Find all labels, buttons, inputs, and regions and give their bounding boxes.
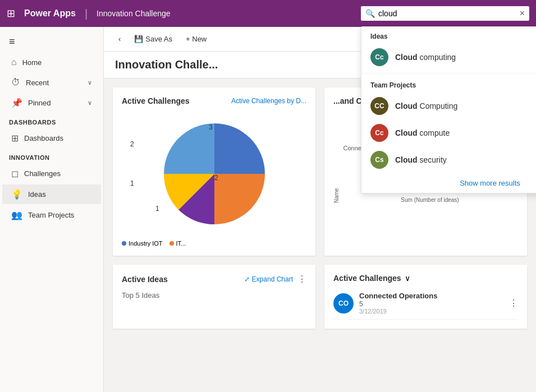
active-challenges-list-title: Active Challenges bbox=[333, 274, 401, 283]
search-result-cloud-compute[interactable]: Cc Cloud compute bbox=[361, 119, 536, 146]
search-clear-button[interactable]: × bbox=[520, 8, 525, 19]
innovation-section-header: Innovation bbox=[0, 149, 103, 163]
legend-item-it: IT... bbox=[169, 240, 186, 247]
active-ideas-menu-button[interactable]: ⋮ bbox=[297, 274, 306, 284]
result-text-cloud-compute: Cloud compute bbox=[395, 128, 450, 137]
pinned-icon: 📌 bbox=[11, 98, 22, 108]
dashboards-label: Dashboards bbox=[24, 134, 92, 142]
team-projects-section-label: Team Projects bbox=[361, 76, 536, 93]
search-input[interactable] bbox=[378, 9, 516, 18]
active-challenges-list-card: Active Challenges ∨ CO Connected Operati… bbox=[324, 265, 527, 329]
challenge-info: Connected Operations 5 3/12/2019 bbox=[359, 292, 437, 315]
pie-card-title: Active Challenges bbox=[122, 96, 190, 105]
challenge-avatar-co: CO bbox=[333, 293, 354, 313]
ideas-label: Ideas bbox=[28, 190, 92, 199]
active-challenges-chevron[interactable]: ∨ bbox=[405, 274, 410, 283]
result-avatar-cc: Cc bbox=[370, 48, 388, 66]
pie-labels: 3 2 1 1 2 bbox=[122, 112, 306, 236]
sidebar-item-ideas[interactable]: 💡 Ideas bbox=[2, 185, 101, 204]
pie-legend: Industry IOT IT... bbox=[122, 240, 306, 247]
active-challenges-title-area: Active Challenges ∨ bbox=[333, 274, 410, 283]
pie-card-header: Active Challenges Active Challenges by D… bbox=[122, 96, 306, 105]
title-divider: | bbox=[85, 7, 88, 20]
save-as-label: Save As bbox=[145, 35, 172, 43]
sidebar-item-challenges[interactable]: ◻ Challenges bbox=[2, 164, 101, 183]
legend-item-industry-iot: Industry IOT bbox=[122, 240, 163, 247]
new-button[interactable]: + New bbox=[180, 31, 212, 47]
sidebar-item-recent[interactable]: ⏱ Recent ∨ bbox=[2, 73, 101, 92]
result-avatar-Cc2: Cc bbox=[370, 124, 388, 142]
ideas-icon: 💡 bbox=[11, 189, 22, 200]
legend-dot-blue bbox=[122, 241, 126, 246]
pie-label-1a: 1 bbox=[155, 205, 159, 213]
recent-label: Recent bbox=[26, 79, 82, 87]
challenge-item-menu-button[interactable]: ⋮ bbox=[509, 298, 518, 308]
pinned-chevron: ∨ bbox=[88, 99, 92, 107]
bottom-row: Active Ideas ⤢ Expand Chart ⋮ Top 5 Idea… bbox=[104, 265, 536, 338]
sidebar-item-team-projects[interactable]: 👥 Team Projects bbox=[2, 205, 101, 225]
search-result-cloud-Computing-team[interactable]: CC Cloud Computing bbox=[361, 93, 536, 119]
team-projects-label: Team Projects bbox=[28, 211, 92, 219]
legend-label-it: IT... bbox=[176, 240, 186, 247]
active-ideas-card: Active Ideas ⤢ Expand Chart ⋮ Top 5 Idea… bbox=[113, 265, 315, 329]
active-ideas-title: Active Ideas bbox=[122, 275, 168, 284]
show-more-results-link[interactable]: Show more results bbox=[361, 173, 536, 193]
new-label: + New bbox=[186, 35, 207, 43]
pie-label-2a: 2 bbox=[214, 174, 218, 182]
recent-icon: ⏱ bbox=[11, 77, 20, 87]
top-bar: ⊞ Power Apps | Innovation Challenge 🔍 × … bbox=[0, 0, 536, 27]
search-result-cloud-computing-idea[interactable]: Cc Cloud computing bbox=[361, 44, 536, 71]
app-name: Power Apps bbox=[24, 8, 76, 19]
pie-label-2b: 2 bbox=[130, 140, 134, 148]
result-text-cloud-security: Cloud security bbox=[395, 155, 447, 164]
challenges-icon: ◻ bbox=[11, 168, 19, 179]
challenge-date-connected-ops: 3/12/2019 bbox=[359, 308, 437, 315]
challenge-name-connected-ops: Connected Operations bbox=[359, 292, 437, 300]
search-box: 🔍 × bbox=[361, 6, 529, 21]
active-challenges-pie-card: Active Challenges Active Challenges by D… bbox=[113, 87, 315, 256]
challenge-count-connected-ops: 5 bbox=[359, 300, 437, 308]
sidebar-item-home[interactable]: ⌂ Home bbox=[2, 53, 101, 72]
recent-chevron: ∨ bbox=[88, 79, 92, 86]
pie-chart-area: 3 2 1 1 2 bbox=[122, 112, 306, 236]
expand-chart-button[interactable]: ⤢ Expand Chart bbox=[244, 275, 293, 283]
pie-label-3: 3 bbox=[209, 123, 213, 131]
expand-icon: ⤢ bbox=[244, 275, 250, 283]
sidebar-item-pinned[interactable]: 📌 Pinned ∨ bbox=[2, 93, 101, 113]
team-projects-icon: 👥 bbox=[11, 210, 22, 220]
result-avatar-CC: CC bbox=[370, 97, 388, 115]
bar-y-label: Name bbox=[333, 112, 340, 203]
legend-label-industry-iot: Industry IOT bbox=[129, 240, 163, 247]
search-container: 🔍 × Ideas Cc Cloud computing Team Projec… bbox=[361, 6, 529, 21]
search-dropdown: Ideas Cc Cloud computing Team Projects C… bbox=[361, 26, 536, 193]
home-label: Home bbox=[22, 58, 92, 67]
active-ideas-actions: ⤢ Expand Chart ⋮ bbox=[244, 274, 306, 284]
challenge-item-connected-ops: CO Connected Operations 5 3/12/2019 ⋮ bbox=[333, 287, 518, 320]
pie-card-link[interactable]: Active Challenges by D... bbox=[231, 97, 306, 105]
back-button[interactable]: ‹ bbox=[113, 31, 126, 47]
sidebar-toggle-button[interactable]: ≡ bbox=[0, 31, 103, 52]
dashboards-section-header: Dashboards bbox=[0, 113, 103, 128]
result-text-cloud-Computing: Cloud Computing bbox=[395, 102, 457, 110]
result-text-cloud-computing: Cloud computing bbox=[395, 53, 456, 62]
search-icon: 🔍 bbox=[365, 9, 375, 18]
sidebar-item-dashboards[interactable]: ⊞ Dashboards bbox=[2, 128, 101, 148]
section-divider bbox=[361, 73, 536, 73]
top-5-ideas-subtitle: Top 5 Ideas bbox=[122, 291, 306, 299]
save-as-button[interactable]: 💾 Save As bbox=[129, 31, 178, 47]
pinned-label: Pinned bbox=[28, 99, 82, 107]
active-ideas-header: Active Ideas ⤢ Expand Chart ⋮ bbox=[122, 274, 306, 284]
active-challenges-list-header: Active Challenges ∨ bbox=[333, 274, 518, 283]
grid-icon[interactable]: ⊞ bbox=[7, 7, 15, 20]
result-avatar-Cs: Cs bbox=[370, 151, 388, 169]
save-icon: 💾 bbox=[134, 35, 143, 43]
sidebar: ≡ ⌂ Home ⏱ Recent ∨ 📌 Pinned ∨ Dashboard… bbox=[0, 27, 104, 392]
expand-label: Expand Chart bbox=[252, 275, 293, 283]
pie-label-1b: 1 bbox=[130, 179, 134, 187]
bar-x-label: Sum (Number of ideas) bbox=[342, 197, 518, 203]
search-result-cloud-security[interactable]: Cs Cloud security bbox=[361, 146, 536, 173]
legend-dot-orange bbox=[169, 241, 174, 246]
home-icon: ⌂ bbox=[11, 57, 17, 67]
dashboards-icon: ⊞ bbox=[11, 133, 19, 144]
page-title-topbar: Innovation Challenge bbox=[97, 9, 171, 18]
